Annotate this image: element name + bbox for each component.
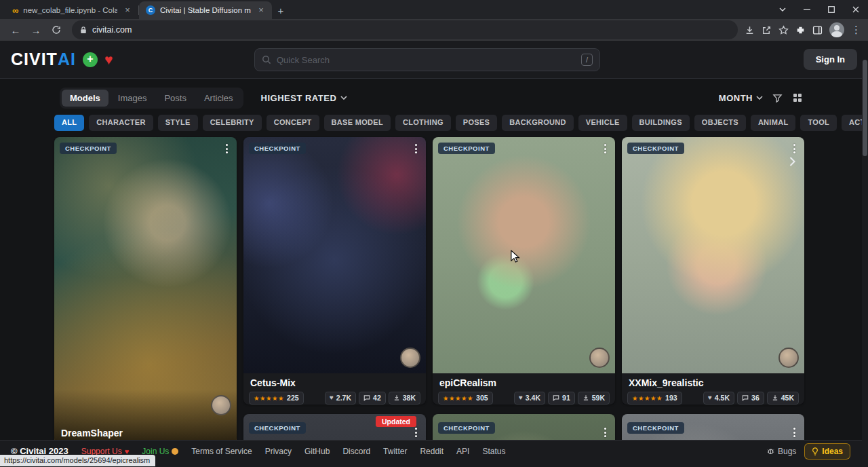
card-menu-button[interactable]: [599, 141, 611, 156]
category-chip-objects[interactable]: OBJECTS: [694, 115, 746, 131]
footer-link-reddit[interactable]: Reddit: [420, 447, 443, 456]
new-tab-button[interactable]: +: [272, 1, 290, 19]
category-chip-character[interactable]: CHARACTER: [89, 115, 153, 131]
card-menu-button[interactable]: [410, 425, 422, 440]
footer-link-privacy[interactable]: Privacy: [265, 447, 292, 456]
category-chip-animal[interactable]: ANIMAL: [751, 115, 796, 131]
star-icons: ★★★★★: [254, 394, 284, 402]
sort-dropdown[interactable]: HIGHEST RATED: [261, 93, 348, 103]
tab-search-chevron-icon[interactable]: [770, 0, 795, 19]
star-icons: ★★★★★: [632, 394, 663, 402]
address-bar[interactable]: civitai.com: [72, 20, 738, 39]
category-chip-poses[interactable]: POSES: [456, 115, 497, 131]
profile-avatar[interactable]: [829, 22, 844, 37]
creator-avatar[interactable]: [589, 348, 610, 368]
model-card-epicrealism[interactable]: CHECKPOINT epiCRealism ★★★★★ 305: [433, 137, 615, 405]
comments-stat: 42: [359, 392, 386, 405]
model-type-badge: CHECKPOINT: [249, 422, 306, 434]
tab-colab[interactable]: ∞ new_colab_file.ipynb - Colaborat ×: [5, 1, 138, 19]
tab-articles[interactable]: Articles: [196, 90, 241, 107]
card-footer: epiCRealism ★★★★★ 305 ♥ 3.4K: [433, 373, 615, 405]
reload-button[interactable]: [47, 21, 65, 39]
likes-stat: ♥ 2.7K: [325, 392, 356, 405]
share-icon[interactable]: [762, 25, 772, 35]
footer-link-twitter[interactable]: Twitter: [383, 447, 407, 456]
ideas-button[interactable]: Ideas: [804, 443, 850, 460]
category-chip-celebrity[interactable]: CELEBRITY: [203, 115, 262, 131]
rating-stat: ★★★★★ 193: [627, 392, 682, 405]
tab-posts[interactable]: Posts: [156, 90, 195, 107]
footer-link-terms[interactable]: Terms of Service: [191, 447, 252, 456]
forward-button[interactable]: →: [27, 21, 45, 39]
page-scrollbar[interactable]: [862, 41, 868, 467]
footer-link-github[interactable]: GitHub: [304, 447, 330, 456]
toolbar-icons: ⋮: [745, 22, 861, 37]
download-icon: [393, 394, 400, 401]
bugs-button[interactable]: Bugs: [767, 447, 796, 456]
rating-count: 193: [665, 394, 677, 403]
site-header: CIVITAI + ♥ / Sign In: [0, 41, 868, 79]
period-dropdown[interactable]: MONTH: [719, 93, 763, 103]
creator-avatar[interactable]: [400, 348, 420, 368]
search-bar[interactable]: /: [254, 48, 600, 71]
coin-icon: [172, 448, 178, 455]
model-card-xxmix9realistic[interactable]: CHECKPOINT XXMix_9realistic ★★★★★ 193: [622, 137, 804, 405]
comment-icon: [363, 394, 370, 401]
downloads-icon[interactable]: [745, 25, 755, 35]
model-stats: ★★★★★ 305 ♥ 3.4K 91: [438, 392, 610, 405]
model-stats: ★★★★★ 225 ♥ 2.7K 42: [249, 392, 420, 405]
tab-models[interactable]: Models: [62, 90, 108, 107]
model-card-grid: CHECKPOINT DreamShaper CHECKPOINT: [54, 137, 804, 467]
model-preview-image: CHECKPOINT: [243, 137, 426, 373]
side-panel-icon[interactable]: [812, 25, 823, 35]
category-chip-tool[interactable]: TOOL: [800, 115, 837, 131]
category-chip-clothing[interactable]: CLOTHING: [395, 115, 451, 131]
tab-civitai[interactable]: C Civitai | Stable Diffusion models, ×: [139, 1, 272, 19]
category-chip-concept[interactable]: CONCEPT: [267, 115, 319, 131]
model-card-dreamshaper[interactable]: CHECKPOINT DreamShaper: [54, 137, 237, 444]
tab-close-icon[interactable]: ×: [122, 5, 133, 16]
category-chip-vehicle[interactable]: VEHICLE: [578, 115, 627, 131]
minimize-button[interactable]: [795, 0, 819, 19]
close-window-button[interactable]: [844, 0, 868, 19]
card-menu-button[interactable]: [220, 141, 233, 156]
rating-stat: ★★★★★ 305: [438, 392, 493, 405]
card-menu-button[interactable]: [410, 141, 422, 156]
maximize-button[interactable]: [819, 0, 844, 19]
model-preview-image: CHECKPOINT: [622, 137, 804, 373]
footer-link-status[interactable]: Status: [482, 447, 505, 456]
create-plus-button[interactable]: +: [83, 52, 98, 67]
creator-avatar[interactable]: [211, 395, 231, 415]
footer-link-api[interactable]: API: [456, 447, 469, 456]
download-icon: [772, 394, 778, 401]
civitai-logo[interactable]: CIVITAI: [11, 50, 76, 69]
tab-close-icon[interactable]: ×: [256, 5, 267, 16]
filter-funnel-icon[interactable]: [772, 93, 783, 103]
extensions-puzzle-icon[interactable]: [795, 25, 806, 35]
scrollbar-thumb[interactable]: [863, 60, 867, 156]
site-lock-icon[interactable]: [80, 26, 87, 35]
favorites-heart-icon[interactable]: ♥: [104, 52, 113, 67]
model-title: Cetus-Mix: [250, 377, 420, 388]
creator-avatar[interactable]: [778, 348, 799, 368]
category-chip-buildings[interactable]: BUILDINGS: [632, 115, 690, 131]
model-card-cetus-mix[interactable]: CHECKPOINT Cetus-Mix ★★★★★ 225: [243, 137, 426, 405]
category-chip-base-model[interactable]: BASE MODEL: [324, 115, 391, 131]
category-chip-style[interactable]: STYLE: [158, 115, 198, 131]
card-menu-button[interactable]: [599, 425, 611, 440]
card-menu-button[interactable]: [788, 425, 800, 440]
category-chip-all[interactable]: ALL: [54, 115, 84, 131]
url-text: civitai.com: [92, 25, 132, 35]
bookmark-star-icon[interactable]: [778, 25, 789, 35]
browser-menu-icon[interactable]: ⋮: [851, 24, 861, 36]
category-scroll-right-icon[interactable]: [789, 153, 795, 170]
category-chip-background[interactable]: BACKGROUND: [502, 115, 574, 131]
model-title: DreamShaper: [61, 428, 123, 438]
search-input[interactable]: [277, 55, 576, 65]
tab-images[interactable]: Images: [110, 90, 155, 107]
sign-in-button[interactable]: Sign In: [804, 49, 857, 70]
layout-toggle-icon[interactable]: [792, 92, 803, 103]
likes-stat: ♥ 4.5K: [703, 392, 734, 405]
footer-link-discord[interactable]: Discord: [342, 447, 370, 456]
back-button[interactable]: ←: [7, 21, 24, 39]
